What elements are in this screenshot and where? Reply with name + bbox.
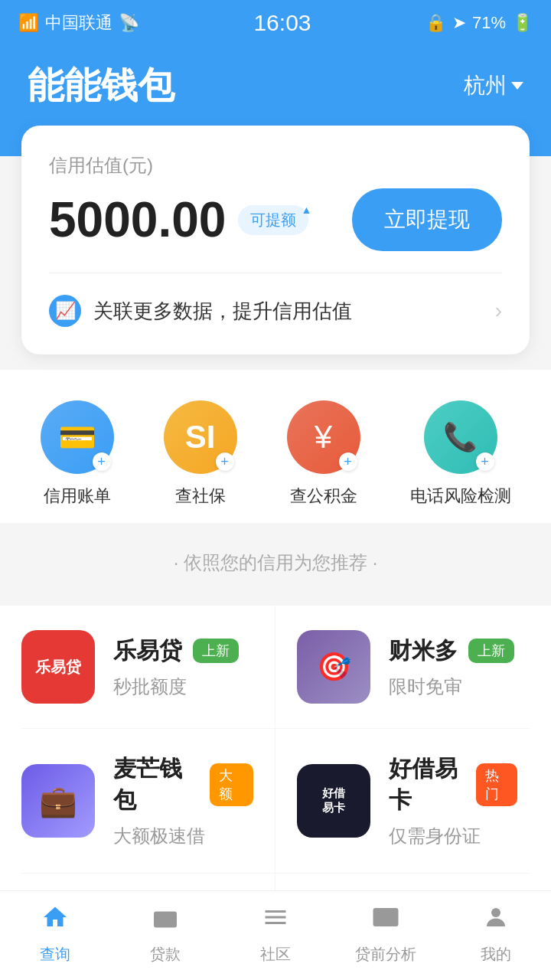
- community-icon: [262, 903, 289, 938]
- action-credit-bill[interactable]: 💳 + 信用账单: [41, 400, 114, 508]
- loan-logo-haojie: 好借易卡: [297, 764, 370, 838]
- lock-icon: 🔒: [425, 13, 446, 33]
- status-bar: 📶 中国联通 📡 16:03 🔒 ➤ 71% 🔋: [0, 0, 551, 46]
- withdraw-button[interactable]: 立即提现: [352, 188, 502, 251]
- nav-label-mine: 我的: [481, 944, 511, 965]
- loan-item-caimeiduo[interactable]: 🎯 财米多 上新 限时免审: [276, 606, 530, 729]
- credit-link[interactable]: 📈 关联更多数据，提升信用估值 ›: [49, 295, 502, 327]
- nav-label-query: 查询: [40, 944, 70, 965]
- loan-logo-leyidai: 乐易贷: [21, 630, 95, 704]
- nav-label-community: 社区: [260, 944, 291, 965]
- loan-item-leyidai[interactable]: 乐易贷 乐易贷 上新 秒批额度: [21, 606, 276, 729]
- loan-logo-caimeiduo: 🎯: [297, 630, 370, 704]
- recommendation-header: · 依照您的信用为您推荐 ·: [0, 523, 551, 590]
- action-housing-fund[interactable]: ¥ + 查公积金: [287, 400, 360, 508]
- home-icon: [41, 903, 69, 938]
- credit-card: 信用估值(元) 5000.00 可提额 立即提现 📈 关联更多数据，提升信用估值…: [21, 126, 530, 354]
- nav-item-query[interactable]: 查询: [0, 903, 110, 965]
- loan-info-haojie: 好借易卡 热门 仅需身份证: [389, 753, 517, 848]
- app-title: 能能钱包: [28, 61, 174, 110]
- location-text: 杭州: [464, 71, 507, 100]
- loan-icon: [152, 903, 179, 938]
- nav-item-community[interactable]: 社区: [220, 903, 331, 965]
- loan-item-haojie[interactable]: 好借易卡 好借易卡 热门 仅需身份证: [276, 729, 530, 874]
- loan-tag-maimang: 大额: [210, 763, 253, 806]
- social-security-icon: SI +: [164, 400, 237, 474]
- action-social-security[interactable]: SI + 查社保: [164, 400, 237, 508]
- credit-bill-icon: 💳 +: [41, 400, 114, 474]
- bottom-nav: 查询 贷款 社区 贷前分析 我的: [0, 890, 551, 980]
- nav-label-loan: 贷款: [150, 944, 181, 965]
- trend-icon: 📈: [49, 295, 81, 327]
- nav-item-analysis[interactable]: 贷前分析: [331, 903, 441, 965]
- svg-point-3: [491, 908, 500, 917]
- loan-item-maimang[interactable]: 💼 麦芒钱包 大额 大额极速借: [21, 729, 276, 874]
- nav-label-analysis: 贷前分析: [355, 944, 416, 965]
- loan-name-caimeiduo: 财米多: [389, 635, 458, 667]
- credit-label: 信用估值(元): [49, 153, 502, 178]
- battery-level: 71%: [472, 13, 506, 33]
- loan-info-caimeiduo: 财米多 上新 限时免审: [389, 635, 517, 699]
- loan-name-maimang: 麦芒钱包: [113, 753, 199, 816]
- wifi-icon: 📡: [119, 13, 139, 33]
- location-selector[interactable]: 杭州: [464, 71, 523, 100]
- action-label-0: 信用账单: [44, 485, 111, 508]
- phone-risk-icon: 📞 +: [424, 400, 497, 474]
- analysis-icon: [372, 903, 399, 938]
- location-icon: ➤: [452, 13, 466, 33]
- credit-badge: 可提额: [238, 205, 308, 235]
- loan-desc-haojie: 仅需身份证: [389, 824, 517, 848]
- nav-item-loan[interactable]: 贷款: [110, 903, 220, 965]
- action-label-3: 电话风险检测: [410, 485, 511, 508]
- status-right: 🔒 ➤ 71% 🔋: [425, 13, 533, 33]
- chevron-right-icon: ›: [495, 299, 502, 323]
- loan-info-leyidai: 乐易贷 上新 秒批额度: [113, 635, 253, 699]
- quick-actions: 💳 + 信用账单 SI + 查社保 ¥ + 查公积金 📞 + 电话风险检测: [0, 370, 551, 523]
- loan-desc-maimang: 大额极速借: [113, 824, 253, 848]
- plus-badge-1: +: [93, 452, 111, 471]
- action-phone-risk[interactable]: 📞 + 电话风险检测: [410, 400, 511, 508]
- loan-info-maimang: 麦芒钱包 大额 大额极速借: [113, 753, 253, 848]
- plus-badge-2: +: [216, 452, 234, 471]
- chevron-down-icon: [511, 82, 523, 90]
- loan-name-leyidai: 乐易贷: [113, 635, 182, 667]
- battery-icon: 🔋: [512, 13, 533, 33]
- loan-name-haojie: 好借易卡: [389, 753, 465, 816]
- carrier-name: 中国联通: [45, 11, 112, 34]
- svg-rect-2: [373, 908, 399, 926]
- credit-divider: [49, 273, 502, 273]
- nav-item-mine[interactable]: 我的: [441, 903, 551, 965]
- status-time: 16:03: [253, 10, 311, 36]
- recommendation-text: · 依照您的信用为您推荐 ·: [174, 552, 378, 573]
- svg-point-1: [158, 917, 162, 922]
- signal-bars: 📶: [18, 13, 39, 33]
- signal-info: 📶 中国联通 📡: [18, 11, 139, 34]
- action-label-1: 查社保: [175, 485, 226, 508]
- action-label-2: 查公积金: [290, 485, 357, 508]
- loan-logo-maimang: 💼: [21, 764, 95, 838]
- loan-tag-caimeiduo: 上新: [468, 639, 514, 663]
- plus-badge-4: +: [476, 452, 494, 471]
- loan-tag-leyidai: 上新: [193, 639, 239, 663]
- loan-desc-caimeiduo: 限时免审: [389, 675, 517, 699]
- plus-badge-3: +: [339, 452, 357, 471]
- loan-tag-haojie: 热门: [476, 763, 517, 806]
- user-icon: [482, 903, 510, 938]
- loan-desc-leyidai: 秒批额度: [113, 675, 253, 699]
- housing-fund-icon: ¥ +: [287, 400, 360, 474]
- credit-link-text: 关联更多数据，提升信用估值: [93, 298, 352, 325]
- credit-amount: 5000.00: [49, 191, 226, 248]
